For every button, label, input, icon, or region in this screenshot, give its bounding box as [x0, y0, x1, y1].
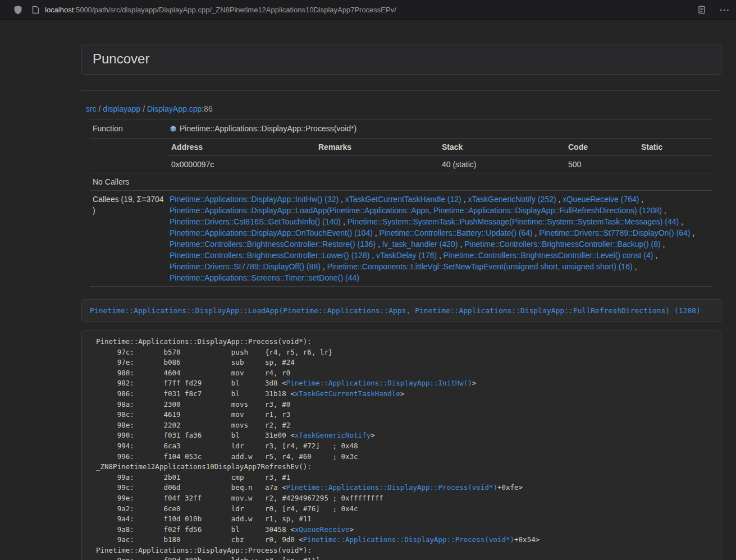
callee-link[interactable]: xTaskGetCurrentTaskHandle (12) [345, 195, 461, 204]
function-icon [170, 124, 177, 135]
reader-mode-icon[interactable] [698, 6, 706, 14]
breadcrumb-separator: / [140, 104, 147, 113]
url-host: localhost [45, 6, 74, 14]
disassembly: Pinetime::Applications::DisplayApp::Proc… [81, 331, 721, 560]
callee-link[interactable]: Pinetime::Components::LittleVgl::SetNewT… [327, 262, 633, 271]
symbol-table: Function Pinetime::Applications::Display… [90, 120, 713, 287]
callees-row: Callees (19, Σ=3704 ) Pinetime::Applicat… [90, 191, 713, 287]
callees-list: Pinetime::Applications::DisplayApp::Init… [167, 191, 713, 287]
remarks-value [314, 156, 437, 173]
main-content: Puncover src / displayapp / DisplayApp.c… [81, 44, 721, 560]
callee-link[interactable]: Pinetime::Controllers::BrightnessControl… [464, 240, 660, 249]
callee-link[interactable]: Pinetime::Applications::DisplayApp::OnTo… [170, 228, 373, 237]
divider [81, 90, 721, 91]
col-header-address: Address [167, 139, 314, 156]
callee-link[interactable]: vTaskDelay (176) [376, 251, 437, 260]
asm-symbol-link[interactable]: Pinetime::Applications::DisplayApp::Proc… [286, 483, 497, 492]
browser-menu-icon[interactable]: ⋯ [719, 4, 730, 15]
details-row-spacer [90, 139, 167, 173]
function-name: Pinetime::Applications::DisplayApp::Proc… [180, 124, 356, 133]
asm-symbol-link[interactable]: xQueueReceive [295, 525, 350, 534]
details-table: Address Remarks Stack Code Static 0x0000… [167, 139, 713, 173]
asm-symbol-link[interactable]: xTaskGenericNotify [295, 431, 371, 439]
callee-link[interactable]: Pinetime::Controllers::BrightnessControl… [170, 251, 369, 260]
no-callers-row: No Callers [90, 173, 713, 191]
shield-icon[interactable] [13, 5, 22, 15]
breadcrumb: src / displayapp / DisplayApp.cpp:86 [81, 103, 721, 114]
col-header-stack: Stack [437, 139, 564, 156]
callee-link[interactable]: Pinetime::Applications::DisplayApp::Load… [170, 206, 662, 215]
callee-panel-link[interactable]: Pinetime::Applications::DisplayApp::Load… [90, 306, 701, 315]
callee-link[interactable]: lv_task_handler (420) [382, 240, 458, 249]
details-value-row: 0x0000097c 40 (static) 500 [167, 156, 713, 173]
breadcrumb-link[interactable]: displayapp [103, 104, 140, 113]
callee-link[interactable]: Pinetime::Applications::DisplayApp::Init… [170, 195, 339, 204]
breadcrumb-separator: / [97, 104, 103, 113]
callee-link[interactable]: Pinetime::System::SystemTask::PushMessag… [348, 217, 679, 226]
callee-link[interactable]: Pinetime::Controllers::Battery::Update()… [380, 228, 533, 237]
details-row: Address Remarks Stack Code Static 0x0000… [90, 139, 713, 173]
url-path: :5000/path/src/displayapp/DisplayApp.cpp… [74, 6, 396, 14]
callee-link[interactable]: Pinetime::Drivers::St7789::DisplayOff() … [170, 262, 321, 271]
stack-value: 40 (static) [437, 156, 564, 173]
address-value: 0x0000097c [167, 156, 314, 173]
breadcrumb-line-number: :86 [202, 104, 212, 113]
callee-link[interactable]: xQueueReceive (764) [563, 195, 639, 204]
breadcrumb-link[interactable]: src [86, 104, 97, 113]
no-callers-label: No Callers [90, 173, 167, 191]
browser-chrome: localhost:5000/path/src/displayapp/Displ… [0, 0, 736, 20]
callee-link[interactable]: Pinetime::Controllers::BrightnessControl… [444, 251, 653, 260]
asm-symbol-link[interactable]: Pinetime::Applications::DisplayApp::Proc… [303, 535, 514, 544]
col-header-code: Code [564, 139, 637, 156]
url-bar[interactable]: localhost:5000/path/src/displayapp/Displ… [45, 6, 396, 14]
col-header-static: Static [637, 139, 713, 156]
callee-link[interactable]: Pinetime::Applications::Screens::Timer::… [170, 273, 359, 282]
no-callers-cell [167, 173, 713, 191]
callee-link[interactable]: Pinetime::Drivers::St7789::DisplayOn() (… [539, 228, 690, 237]
callees-label: Callees (19, Σ=3704 ) [90, 191, 167, 287]
callee-link[interactable]: xTaskGenericNotify (252) [468, 195, 556, 204]
asm-symbol-link[interactable]: xTaskGetCurrentTaskHandle [295, 389, 400, 398]
app-header: Puncover [81, 44, 721, 75]
static-value [637, 156, 713, 173]
function-label: Function [90, 120, 167, 139]
details-cell: Address Remarks Stack Code Static 0x0000… [167, 139, 713, 173]
page-icon [32, 6, 39, 14]
code-value: 500 [564, 156, 637, 173]
col-header-remarks: Remarks [314, 139, 437, 156]
callee-panel: Pinetime::Applications::DisplayApp::Load… [81, 299, 721, 322]
details-header-row: Address Remarks Stack Code Static [167, 139, 713, 156]
function-row: Function Pinetime::Applications::Display… [90, 120, 713, 139]
callee-link[interactable]: Pinetime::Drivers::Cst816S::GetTouchInfo… [170, 217, 341, 226]
asm-symbol-link[interactable]: Pinetime::Applications::DisplayApp::Init… [286, 379, 472, 387]
callee-link[interactable]: Pinetime::Controllers::BrightnessControl… [170, 240, 376, 249]
page-title: Puncover [93, 51, 710, 67]
breadcrumb-link[interactable]: DisplayApp.cpp [147, 104, 202, 113]
function-cell: Pinetime::Applications::DisplayApp::Proc… [167, 120, 713, 139]
